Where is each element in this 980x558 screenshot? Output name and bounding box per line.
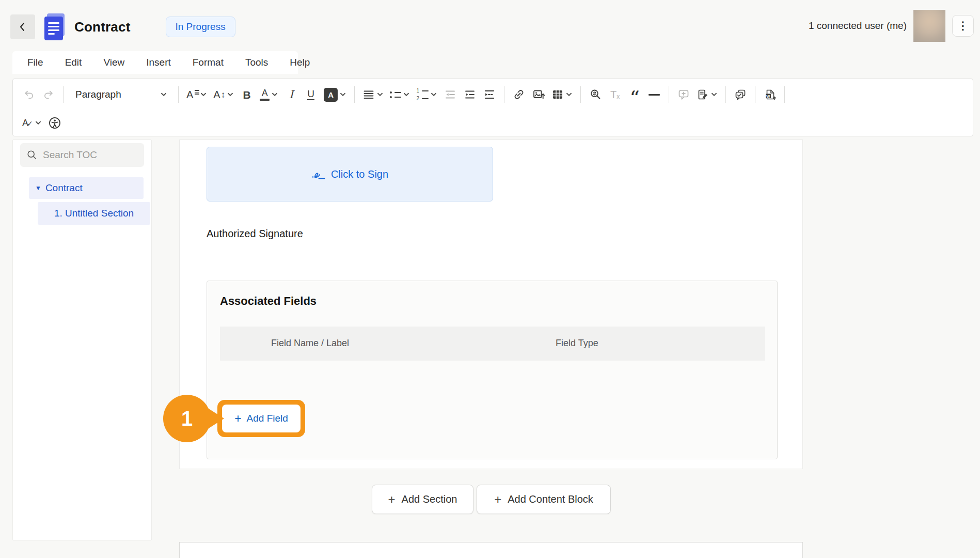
numbered-list-icon: 1 2 [416,88,429,101]
indent-button[interactable] [460,84,480,105]
spellcheck-icon: A✓ [22,118,33,128]
menu-file[interactable]: File [17,51,54,74]
annotation-step-badge: 1 [163,395,211,442]
insert-image-button[interactable] [529,84,548,105]
menu-format[interactable]: Format [182,51,234,74]
find-replace-button[interactable] [586,84,605,105]
document-page[interactable]: Click to Sign Authorized Signature Assoc… [179,140,803,469]
undo-icon [23,88,35,101]
avatar[interactable] [913,10,945,42]
signature-icon [311,167,326,181]
menu-help[interactable]: Help [279,51,321,74]
bold-button[interactable]: B [237,84,257,105]
insert-table-icon [551,88,564,101]
font-color-icon: A [260,88,270,100]
overflow-menu-button[interactable]: ⋮ [952,15,974,37]
add-section-button[interactable]: + Add Section [372,485,473,514]
toc-search [20,143,144,167]
column-field-type: Field Type [556,338,598,349]
underline-button[interactable]: U [301,84,321,105]
block-quote-button[interactable]: “ [625,84,644,105]
paragraph-style-dropdown[interactable]: Paragraph [69,84,172,105]
add-section-label: Add Section [402,493,457,505]
toolbar-separator [354,86,355,103]
add-content-block-label: Add Content Block [508,493,593,505]
import-word-button[interactable]: W [760,84,780,105]
toc-search-input[interactable] [43,149,131,161]
plus-icon: + [234,413,241,425]
text-align-button[interactable] [359,84,387,105]
spellcheck-button[interactable]: A✓ [19,113,45,133]
toolbar-separator [504,86,504,103]
menu-view[interactable]: View [92,51,135,74]
plus-icon: + [494,493,501,506]
document-icon [43,13,66,40]
align-icon [362,88,375,101]
font-color-button[interactable]: A [257,84,281,105]
numbered-list-button[interactable]: 1 2 [413,84,440,105]
back-button[interactable] [10,14,35,39]
italic-button[interactable]: I [281,84,301,105]
bulleted-list-button[interactable] [387,84,413,105]
chevron-down-icon [376,91,384,98]
editor-toolbar: Paragraph A A↕ B A I U A [12,79,973,136]
chevron-down-icon [339,91,346,98]
add-comment-button[interactable] [674,84,693,105]
font-size-icon: A↕ [213,89,225,100]
triangle-down-icon: ▼ [35,184,41,192]
font-family-icon: A [186,89,198,100]
font-family-button[interactable]: A [183,84,210,105]
associated-fields-panel: Associated Fields Field Name / Label Fie… [207,281,778,459]
next-content-block[interactable] [179,542,803,558]
import-word-icon: W [764,88,777,101]
link-icon [513,88,525,101]
toolbar-separator [725,86,726,103]
track-changes-button[interactable] [693,84,721,105]
redo-button[interactable] [39,84,58,105]
page-break-button[interactable] [480,84,499,105]
undo-button[interactable] [19,84,39,105]
toc-sidebar: ▼ Contract 1. Untitled Section [12,140,152,540]
fields-table-header: Field Name / Label Field Type [220,327,765,361]
find-replace-icon [589,88,602,101]
toolbar-separator [669,86,669,103]
click-to-sign-label: Click to Sign [331,168,388,180]
highlight-icon: A [324,88,338,102]
kebab-menu-icon: ⋮ [958,20,969,32]
menu-tools[interactable]: Tools [234,51,279,74]
horizontal-line-button[interactable] [644,84,664,105]
redo-icon [42,88,55,101]
comments-archive-button[interactable] [731,84,750,105]
app-header-right: 1 connected user (me) ⋮ [809,0,974,51]
toolbar-separator [755,86,755,103]
remove-format-button[interactable]: Tx [605,84,625,105]
page-title: Contract [74,19,131,35]
menu-edit[interactable]: Edit [54,51,93,74]
italic-icon: I [289,89,293,100]
signature-caption: Authorized Signature [207,228,303,240]
insert-table-button[interactable] [548,84,576,105]
add-field-label: Add Field [247,413,288,424]
accessibility-button[interactable] [45,113,65,133]
highlight-button[interactable]: A [321,84,350,105]
chevron-down-icon [430,91,437,98]
toc-item-contract[interactable]: ▼ Contract [29,177,144,199]
toc-item-label: Contract [45,182,83,194]
chevron-down-icon [160,91,167,98]
indent-icon [464,88,476,101]
font-size-button[interactable]: A↕ [210,84,237,105]
add-content-block-button[interactable]: + Add Content Block [477,485,611,514]
chevron-down-icon [200,91,207,98]
accessibility-icon [48,116,61,130]
link-button[interactable] [509,84,529,105]
outdent-button[interactable] [440,84,460,105]
status-badge[interactable]: In Progress [166,17,235,37]
plus-icon: + [388,493,396,506]
add-field-button[interactable]: + Add Field [222,405,301,432]
menu-insert[interactable]: Insert [135,51,182,74]
menu-bar: File Edit View Insert Format Tools Help [12,51,298,74]
remove-format-icon: Tx [610,89,620,100]
block-quote-icon: “ [629,95,639,102]
click-to-sign-button[interactable]: Click to Sign [207,147,493,202]
toc-item-untitled-section[interactable]: 1. Untitled Section [38,202,150,225]
